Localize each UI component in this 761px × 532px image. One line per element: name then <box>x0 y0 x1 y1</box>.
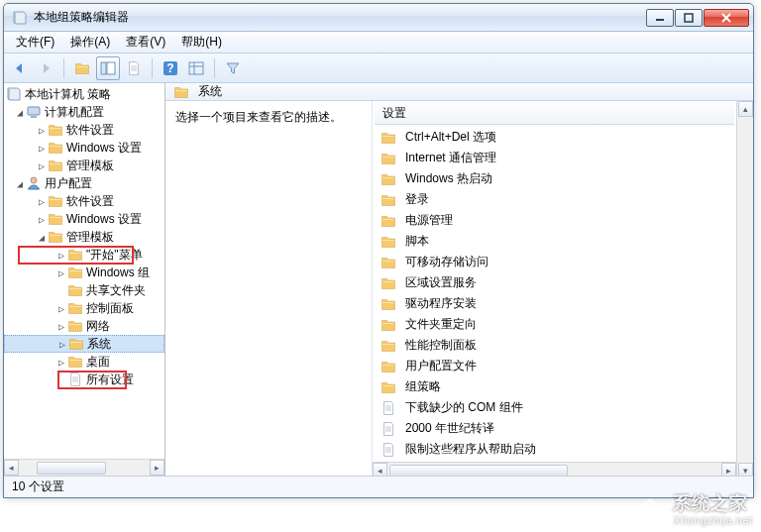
tree-admin-templates[interactable]: ◢管理模板 <box>4 228 164 246</box>
list-item[interactable]: 区域设置服务 <box>375 272 734 293</box>
tree-item[interactable]: ▷Windows 设置 <box>4 139 164 157</box>
list-item[interactable]: 驱动程序安装 <box>375 293 734 314</box>
tree-item[interactable]: ▷软件设置 <box>4 192 164 210</box>
collapse-icon[interactable]: ◢ <box>14 178 26 189</box>
tree-item[interactable]: ▷控制面板 <box>4 299 164 317</box>
list-item[interactable]: 电源管理 <box>375 210 734 231</box>
folder-icon <box>68 336 84 352</box>
list-item[interactable]: 脚本 <box>375 231 734 252</box>
collapse-icon[interactable]: ◢ <box>14 107 26 118</box>
tree-root[interactable]: 本地计算机 策略 <box>4 85 164 103</box>
show-tree-button[interactable] <box>96 56 120 80</box>
list-item[interactable]: 用户配置文件 <box>375 356 734 376</box>
list-item[interactable]: 限制这些程序从帮助启动 <box>375 439 734 460</box>
list-item[interactable]: 组策略 <box>375 376 734 397</box>
scroll-left-button[interactable]: ◂ <box>373 463 387 476</box>
scroll-left-button[interactable]: ◂ <box>4 460 19 476</box>
list-item-label: 脚本 <box>405 233 429 250</box>
expand-icon[interactable]: ▷ <box>36 143 48 154</box>
menu-file[interactable]: 文件(F) <box>8 32 62 53</box>
maximize-button[interactable] <box>675 9 703 27</box>
list-item[interactable]: 2000 年世纪转译 <box>375 418 734 439</box>
expand-icon[interactable]: ▷ <box>36 196 48 207</box>
expand-icon[interactable]: ▷ <box>56 339 68 350</box>
folder-icon <box>67 300 83 316</box>
tree-item[interactable]: ▷"开始"菜单 <box>4 246 164 264</box>
scroll-right-button[interactable]: ▸ <box>721 463 736 476</box>
minimize-button[interactable] <box>646 9 674 27</box>
scroll-right-button[interactable]: ▸ <box>150 460 164 476</box>
tree-hscrollbar[interactable]: ◂ ▸ <box>4 459 164 476</box>
back-button[interactable] <box>8 56 32 80</box>
column-header-setting[interactable]: 设置 <box>375 103 734 125</box>
expand-icon[interactable]: ▷ <box>36 214 48 225</box>
tree-item[interactable]: ▷软件设置 <box>4 121 164 139</box>
list-item[interactable]: Internet 通信管理 <box>375 148 734 168</box>
tree-computer-config[interactable]: ◢ 计算机配置 <box>4 103 164 121</box>
properties-button[interactable] <box>122 56 146 80</box>
list-item-label: 下载缺少的 COM 组件 <box>405 399 523 416</box>
scroll-down-button[interactable]: ▾ <box>738 463 753 476</box>
svg-rect-5 <box>107 62 115 74</box>
help-button[interactable]: ? <box>159 56 182 80</box>
menu-view[interactable]: 查看(V) <box>118 32 173 53</box>
view-options-button[interactable] <box>184 56 208 80</box>
list-item[interactable]: 可移动存储访问 <box>375 252 734 272</box>
expand-icon[interactable]: ▷ <box>36 160 48 171</box>
tree-user-config[interactable]: ◢ 用户配置 <box>4 174 164 192</box>
tree-label: "开始"菜单 <box>86 247 143 264</box>
up-button[interactable] <box>70 56 94 80</box>
tree-label: 管理模板 <box>66 158 114 174</box>
book-icon <box>6 86 22 102</box>
collapse-icon[interactable]: ◢ <box>36 232 48 243</box>
tree-label: Windows 设置 <box>66 211 142 228</box>
menu-action[interactable]: 操作(A) <box>62 32 118 53</box>
expand-icon[interactable]: ▷ <box>36 125 48 136</box>
list-item-label: 用户配置文件 <box>405 358 477 374</box>
description-panel: 选择一个项目来查看它的描述。 <box>165 101 372 476</box>
close-button[interactable] <box>704 9 749 27</box>
list-item[interactable]: 登录 <box>375 189 734 210</box>
tree-label: 计算机配置 <box>45 104 104 121</box>
tree-label: 用户配置 <box>45 175 92 192</box>
expand-icon[interactable]: ▷ <box>55 303 67 314</box>
menu-help[interactable]: 帮助(H) <box>173 32 230 53</box>
expand-icon[interactable]: ▷ <box>55 267 67 278</box>
expand-icon[interactable]: ▷ <box>55 250 67 261</box>
tree-item[interactable]: ▷Windows 设置 <box>4 210 164 228</box>
tree-label: 软件设置 <box>66 122 114 139</box>
settings-items[interactable]: Ctrl+Alt+Del 选项Internet 通信管理Windows 热启动登… <box>373 125 736 462</box>
list-hscrollbar[interactable]: ◂ ▸ <box>373 462 736 476</box>
list-item[interactable]: 下载缺少的 COM 组件 <box>375 397 734 418</box>
details-header: 系统 <box>165 83 753 101</box>
app-icon <box>12 10 28 26</box>
titlebar[interactable]: 本地组策略编辑器 <box>4 4 753 32</box>
tree-item[interactable]: ▷管理模板 <box>4 157 164 174</box>
scroll-up-button[interactable]: ▴ <box>738 101 753 117</box>
toolbar: ? <box>4 53 753 83</box>
list-item[interactable]: 文件夹重定向 <box>375 314 734 335</box>
tree-system[interactable]: ▷系统 <box>4 335 164 353</box>
list-item[interactable]: Ctrl+Alt+Del 选项 <box>375 127 734 148</box>
tree-pane[interactable]: 本地计算机 策略 ◢ 计算机配置 ▷软件设置 ▷Windows 设置 <box>4 83 165 476</box>
tree-item[interactable]: ▷网络 <box>4 317 164 335</box>
status-text: 10 个设置 <box>12 479 64 495</box>
folder-icon <box>48 158 63 173</box>
scroll-thumb[interactable] <box>389 465 568 477</box>
tree-item[interactable]: ▷Windows 组 <box>4 264 164 281</box>
menubar: 文件(F) 操作(A) 查看(V) 帮助(H) <box>4 32 753 53</box>
filter-button[interactable] <box>221 56 245 80</box>
expand-icon[interactable]: ▷ <box>55 357 67 368</box>
tree-item[interactable]: 共享文件夹 <box>4 281 164 299</box>
watermark-url: Xitongzhija.net <box>673 515 753 526</box>
expand-icon[interactable]: ▷ <box>55 321 67 332</box>
list-vscrollbar[interactable]: ▴ ▾ <box>736 101 753 476</box>
list-item[interactable]: Windows 热启动 <box>375 168 734 189</box>
tree-item[interactable]: ▷桌面 <box>4 353 164 371</box>
scroll-thumb[interactable] <box>37 462 106 475</box>
list-item-label: 性能控制面板 <box>405 337 477 354</box>
tree-item[interactable]: 所有设置 <box>4 371 164 388</box>
forward-button[interactable] <box>34 56 57 80</box>
list-item-label: 登录 <box>405 191 429 208</box>
list-item[interactable]: 性能控制面板 <box>375 335 734 356</box>
